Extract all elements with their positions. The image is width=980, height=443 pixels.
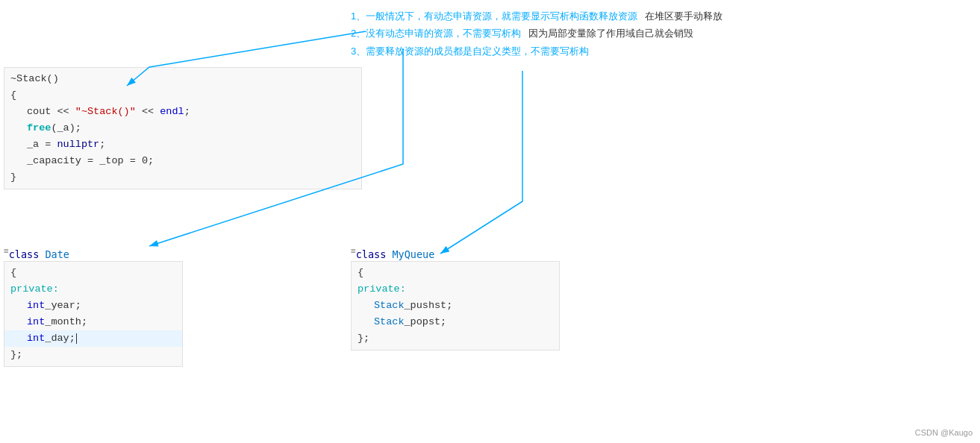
code-line: ~Stack() bbox=[4, 71, 361, 87]
code-line: int _month; bbox=[4, 314, 182, 330]
code-line: { bbox=[352, 265, 559, 281]
code-line: { bbox=[4, 87, 361, 104]
annotations-area: 1、一般情况下，有动态申请资源，就需要显示写析构函数释放资源 在堆区要手动释放 … bbox=[351, 7, 973, 60]
annotation-1: 1、一般情况下，有动态申请资源，就需要显示写析构函数释放资源 在堆区要手动释放 bbox=[351, 7, 973, 25]
code-line: }; bbox=[4, 347, 182, 363]
page-container: 1、一般情况下，有动态申请资源，就需要显示写析构函数释放资源 在堆区要手动释放 … bbox=[0, 0, 980, 443]
annotation-3: 3、需要释放资源的成员都是自定义类型，不需要写析构 bbox=[351, 43, 973, 60]
code-line: cout << "~Stack()" << endl; bbox=[4, 104, 361, 120]
code-line: }; bbox=[352, 330, 559, 347]
myqueue-class-label: ≡class MyQueue bbox=[351, 246, 434, 260]
annotation-2: 2、没有动态申请的资源，不需要写析构 因为局部变量除了作用域自己就会销毁 bbox=[351, 25, 973, 42]
watermark: CSDN @Kaugo bbox=[915, 428, 973, 437]
code-line: _capacity = _top = 0; bbox=[4, 153, 361, 169]
code-line: _a = nullptr; bbox=[4, 136, 361, 153]
stack-destructor-block: ~Stack() { cout << "~Stack()" << endl; f… bbox=[4, 67, 362, 189]
date-class-label: ≡class Date bbox=[4, 246, 69, 260]
code-line: Stack _popst; bbox=[352, 314, 559, 330]
cursor bbox=[76, 333, 77, 344]
myqueue-class-block: { private: Stack _pushst; Stack _popst; … bbox=[351, 261, 560, 351]
date-class-block: { private: int _year; int _month; int _d… bbox=[4, 261, 183, 367]
code-line: int _year; bbox=[4, 298, 182, 314]
code-line: private: bbox=[4, 281, 182, 298]
code-line: { bbox=[4, 265, 182, 281]
code-line: free(_a); bbox=[4, 120, 361, 136]
code-line-active: int _day; bbox=[4, 330, 182, 347]
code-line: } bbox=[4, 169, 361, 186]
code-line: Stack _pushst; bbox=[352, 298, 559, 314]
code-line: private: bbox=[352, 281, 559, 298]
